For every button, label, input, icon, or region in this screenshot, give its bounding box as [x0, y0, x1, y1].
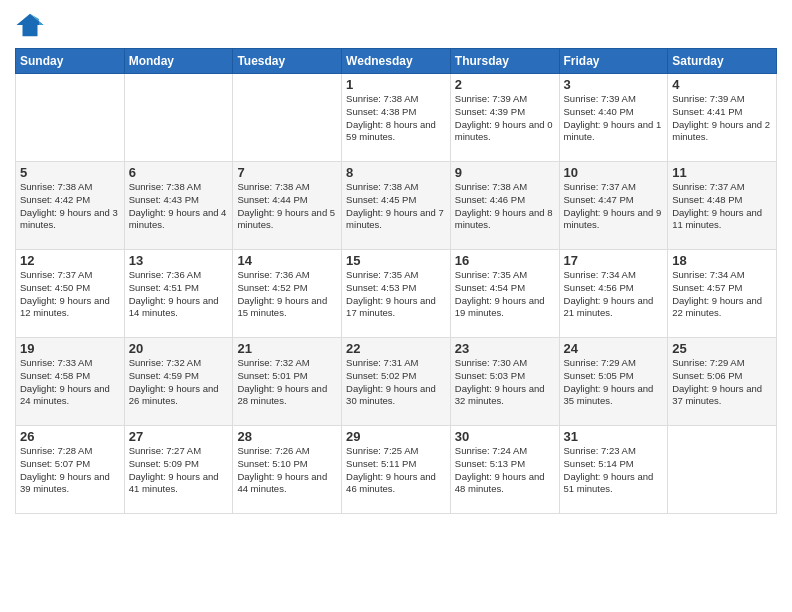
day-info: Sunrise: 7:29 AM Sunset: 5:05 PM Dayligh… [564, 357, 664, 408]
weekday-monday: Monday [124, 49, 233, 74]
calendar-cell: 13Sunrise: 7:36 AM Sunset: 4:51 PM Dayli… [124, 250, 233, 338]
day-info: Sunrise: 7:33 AM Sunset: 4:58 PM Dayligh… [20, 357, 120, 408]
day-number: 30 [455, 429, 555, 444]
day-info: Sunrise: 7:37 AM Sunset: 4:47 PM Dayligh… [564, 181, 664, 232]
calendar-cell [124, 74, 233, 162]
day-number: 16 [455, 253, 555, 268]
calendar-cell: 11Sunrise: 7:37 AM Sunset: 4:48 PM Dayli… [668, 162, 777, 250]
calendar-cell: 20Sunrise: 7:32 AM Sunset: 4:59 PM Dayli… [124, 338, 233, 426]
calendar-cell: 4Sunrise: 7:39 AM Sunset: 4:41 PM Daylig… [668, 74, 777, 162]
calendar-cell: 2Sunrise: 7:39 AM Sunset: 4:39 PM Daylig… [450, 74, 559, 162]
week-row-4: 19Sunrise: 7:33 AM Sunset: 4:58 PM Dayli… [16, 338, 777, 426]
weekday-row: SundayMondayTuesdayWednesdayThursdayFrid… [16, 49, 777, 74]
day-info: Sunrise: 7:32 AM Sunset: 4:59 PM Dayligh… [129, 357, 229, 408]
day-number: 21 [237, 341, 337, 356]
calendar-cell: 5Sunrise: 7:38 AM Sunset: 4:42 PM Daylig… [16, 162, 125, 250]
day-number: 2 [455, 77, 555, 92]
calendar-cell: 30Sunrise: 7:24 AM Sunset: 5:13 PM Dayli… [450, 426, 559, 514]
day-info: Sunrise: 7:24 AM Sunset: 5:13 PM Dayligh… [455, 445, 555, 496]
calendar-cell: 10Sunrise: 7:37 AM Sunset: 4:47 PM Dayli… [559, 162, 668, 250]
day-number: 7 [237, 165, 337, 180]
calendar-cell: 6Sunrise: 7:38 AM Sunset: 4:43 PM Daylig… [124, 162, 233, 250]
calendar-cell [233, 74, 342, 162]
day-info: Sunrise: 7:37 AM Sunset: 4:48 PM Dayligh… [672, 181, 772, 232]
calendar-cell: 18Sunrise: 7:34 AM Sunset: 4:57 PM Dayli… [668, 250, 777, 338]
day-info: Sunrise: 7:30 AM Sunset: 5:03 PM Dayligh… [455, 357, 555, 408]
day-info: Sunrise: 7:36 AM Sunset: 4:51 PM Dayligh… [129, 269, 229, 320]
day-number: 29 [346, 429, 446, 444]
day-info: Sunrise: 7:38 AM Sunset: 4:46 PM Dayligh… [455, 181, 555, 232]
logo [15, 10, 49, 40]
calendar-cell [668, 426, 777, 514]
day-info: Sunrise: 7:35 AM Sunset: 4:54 PM Dayligh… [455, 269, 555, 320]
day-info: Sunrise: 7:32 AM Sunset: 5:01 PM Dayligh… [237, 357, 337, 408]
day-number: 28 [237, 429, 337, 444]
day-number: 3 [564, 77, 664, 92]
weekday-friday: Friday [559, 49, 668, 74]
day-info: Sunrise: 7:38 AM Sunset: 4:44 PM Dayligh… [237, 181, 337, 232]
day-number: 12 [20, 253, 120, 268]
day-number: 4 [672, 77, 772, 92]
day-info: Sunrise: 7:31 AM Sunset: 5:02 PM Dayligh… [346, 357, 446, 408]
day-info: Sunrise: 7:25 AM Sunset: 5:11 PM Dayligh… [346, 445, 446, 496]
calendar-cell: 9Sunrise: 7:38 AM Sunset: 4:46 PM Daylig… [450, 162, 559, 250]
week-row-1: 1Sunrise: 7:38 AM Sunset: 4:38 PM Daylig… [16, 74, 777, 162]
calendar-header: SundayMondayTuesdayWednesdayThursdayFrid… [16, 49, 777, 74]
calendar-cell: 25Sunrise: 7:29 AM Sunset: 5:06 PM Dayli… [668, 338, 777, 426]
calendar-cell: 12Sunrise: 7:37 AM Sunset: 4:50 PM Dayli… [16, 250, 125, 338]
day-number: 17 [564, 253, 664, 268]
calendar-cell: 24Sunrise: 7:29 AM Sunset: 5:05 PM Dayli… [559, 338, 668, 426]
calendar-cell: 28Sunrise: 7:26 AM Sunset: 5:10 PM Dayli… [233, 426, 342, 514]
day-number: 11 [672, 165, 772, 180]
day-info: Sunrise: 7:27 AM Sunset: 5:09 PM Dayligh… [129, 445, 229, 496]
day-number: 19 [20, 341, 120, 356]
day-number: 13 [129, 253, 229, 268]
day-number: 1 [346, 77, 446, 92]
page: SundayMondayTuesdayWednesdayThursdayFrid… [0, 0, 792, 612]
weekday-sunday: Sunday [16, 49, 125, 74]
day-info: Sunrise: 7:34 AM Sunset: 4:57 PM Dayligh… [672, 269, 772, 320]
header [15, 10, 777, 40]
week-row-5: 26Sunrise: 7:28 AM Sunset: 5:07 PM Dayli… [16, 426, 777, 514]
day-info: Sunrise: 7:36 AM Sunset: 4:52 PM Dayligh… [237, 269, 337, 320]
day-info: Sunrise: 7:26 AM Sunset: 5:10 PM Dayligh… [237, 445, 337, 496]
calendar-cell: 21Sunrise: 7:32 AM Sunset: 5:01 PM Dayli… [233, 338, 342, 426]
day-info: Sunrise: 7:38 AM Sunset: 4:38 PM Dayligh… [346, 93, 446, 144]
calendar-cell: 16Sunrise: 7:35 AM Sunset: 4:54 PM Dayli… [450, 250, 559, 338]
day-number: 18 [672, 253, 772, 268]
day-number: 25 [672, 341, 772, 356]
week-row-2: 5Sunrise: 7:38 AM Sunset: 4:42 PM Daylig… [16, 162, 777, 250]
day-info: Sunrise: 7:29 AM Sunset: 5:06 PM Dayligh… [672, 357, 772, 408]
day-number: 20 [129, 341, 229, 356]
weekday-wednesday: Wednesday [342, 49, 451, 74]
day-number: 14 [237, 253, 337, 268]
day-info: Sunrise: 7:38 AM Sunset: 4:42 PM Dayligh… [20, 181, 120, 232]
day-info: Sunrise: 7:38 AM Sunset: 4:43 PM Dayligh… [129, 181, 229, 232]
day-number: 22 [346, 341, 446, 356]
calendar-cell: 29Sunrise: 7:25 AM Sunset: 5:11 PM Dayli… [342, 426, 451, 514]
day-number: 15 [346, 253, 446, 268]
calendar-cell: 19Sunrise: 7:33 AM Sunset: 4:58 PM Dayli… [16, 338, 125, 426]
calendar-cell [16, 74, 125, 162]
calendar-cell: 17Sunrise: 7:34 AM Sunset: 4:56 PM Dayli… [559, 250, 668, 338]
day-number: 9 [455, 165, 555, 180]
calendar-cell: 27Sunrise: 7:27 AM Sunset: 5:09 PM Dayli… [124, 426, 233, 514]
day-info: Sunrise: 7:35 AM Sunset: 4:53 PM Dayligh… [346, 269, 446, 320]
day-info: Sunrise: 7:28 AM Sunset: 5:07 PM Dayligh… [20, 445, 120, 496]
calendar-cell: 7Sunrise: 7:38 AM Sunset: 4:44 PM Daylig… [233, 162, 342, 250]
calendar-cell: 22Sunrise: 7:31 AM Sunset: 5:02 PM Dayli… [342, 338, 451, 426]
day-info: Sunrise: 7:38 AM Sunset: 4:45 PM Dayligh… [346, 181, 446, 232]
calendar-cell: 26Sunrise: 7:28 AM Sunset: 5:07 PM Dayli… [16, 426, 125, 514]
calendar: SundayMondayTuesdayWednesdayThursdayFrid… [15, 48, 777, 514]
day-info: Sunrise: 7:39 AM Sunset: 4:40 PM Dayligh… [564, 93, 664, 144]
day-number: 24 [564, 341, 664, 356]
calendar-body: 1Sunrise: 7:38 AM Sunset: 4:38 PM Daylig… [16, 74, 777, 514]
calendar-cell: 14Sunrise: 7:36 AM Sunset: 4:52 PM Dayli… [233, 250, 342, 338]
day-info: Sunrise: 7:23 AM Sunset: 5:14 PM Dayligh… [564, 445, 664, 496]
day-number: 26 [20, 429, 120, 444]
day-number: 6 [129, 165, 229, 180]
weekday-tuesday: Tuesday [233, 49, 342, 74]
calendar-cell: 31Sunrise: 7:23 AM Sunset: 5:14 PM Dayli… [559, 426, 668, 514]
day-number: 10 [564, 165, 664, 180]
week-row-3: 12Sunrise: 7:37 AM Sunset: 4:50 PM Dayli… [16, 250, 777, 338]
